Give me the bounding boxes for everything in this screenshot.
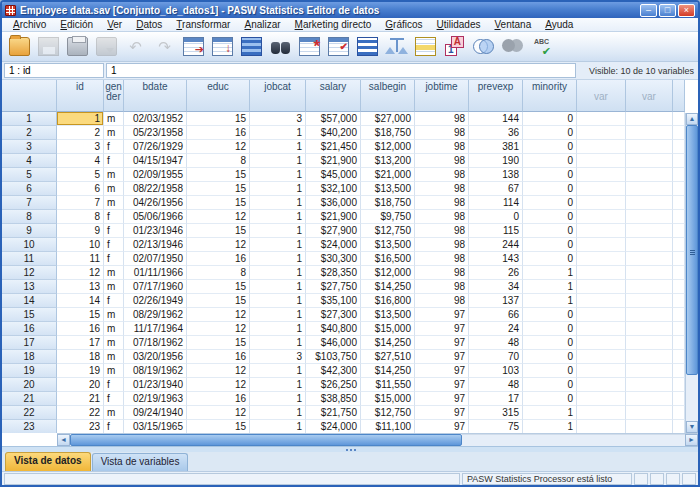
cell-id[interactable]: 22 xyxy=(57,406,104,420)
cell-jobtime[interactable]: 98 xyxy=(415,280,469,294)
cell-minority[interactable]: 0 xyxy=(523,140,577,154)
toolbar-save-button[interactable] xyxy=(35,34,62,60)
cell-gender[interactable]: m xyxy=(104,112,124,126)
cell-salbegin[interactable]: $15,000 xyxy=(361,392,415,406)
cell-prevexp[interactable]: 190 xyxy=(469,154,523,168)
cell-spacer[interactable] xyxy=(673,364,685,378)
toolbar-print-button[interactable] xyxy=(64,34,91,60)
cell-jobcat[interactable]: 1 xyxy=(250,238,306,252)
cell-spacer[interactable] xyxy=(673,280,685,294)
cell-id[interactable]: 7 xyxy=(57,196,104,210)
cell-bdate[interactable]: 08/29/1962 xyxy=(124,308,187,322)
cell-var2[interactable] xyxy=(626,238,673,252)
cell-gender[interactable]: f xyxy=(104,224,124,238)
cell-bdate[interactable]: 01/23/1940 xyxy=(124,378,187,392)
cell-salary[interactable]: $21,900 xyxy=(306,210,361,224)
cell-educ[interactable]: 16 xyxy=(187,252,250,266)
cell-salbegin[interactable]: $11,550 xyxy=(361,378,415,392)
cell-educ[interactable]: 16 xyxy=(187,350,250,364)
cell-id[interactable]: 21 xyxy=(57,392,104,406)
cell-spacer[interactable] xyxy=(673,112,685,126)
cell-var1[interactable] xyxy=(577,406,626,420)
cell-educ[interactable]: 15 xyxy=(187,168,250,182)
cell-id[interactable]: 2 xyxy=(57,126,104,140)
cell-jobtime[interactable]: 98 xyxy=(415,224,469,238)
row-number-cell[interactable]: 13 xyxy=(2,280,57,294)
cell-var2[interactable] xyxy=(626,294,673,308)
cell-educ[interactable]: 12 xyxy=(187,238,250,252)
cell-salbegin[interactable]: $12,750 xyxy=(361,406,415,420)
cell-id[interactable]: 15 xyxy=(57,308,104,322)
cell-spacer[interactable] xyxy=(673,406,685,420)
cell-jobcat[interactable]: 1 xyxy=(250,182,306,196)
cell-spacer[interactable] xyxy=(673,154,685,168)
menu-ayuda[interactable]: Ayuda xyxy=(538,18,580,32)
cell-bdate[interactable]: 05/06/1966 xyxy=(124,210,187,224)
cell-jobtime[interactable]: 98 xyxy=(415,168,469,182)
cell-salary[interactable]: $46,000 xyxy=(306,336,361,350)
toolbar-goto-case-button[interactable] xyxy=(180,34,207,60)
vertical-scrollbar-thumb[interactable] xyxy=(686,125,698,375)
horizontal-scrollbar-track[interactable] xyxy=(462,434,685,446)
cell-jobtime[interactable]: 98 xyxy=(415,112,469,126)
cell-gender[interactable]: f xyxy=(104,210,124,224)
cell-bdate[interactable]: 02/19/1963 xyxy=(124,392,187,406)
cell-bdate[interactable]: 03/20/1956 xyxy=(124,350,187,364)
vertical-scrollbar[interactable]: ▲ ▼ xyxy=(685,113,698,433)
row-number-cell[interactable]: 11 xyxy=(2,252,57,266)
cell-educ[interactable]: 15 xyxy=(187,280,250,294)
column-header-id[interactable]: id xyxy=(57,80,104,112)
cell-gender[interactable]: f xyxy=(104,154,124,168)
cell-gender[interactable]: m xyxy=(104,406,124,420)
cell-bdate[interactable]: 02/13/1946 xyxy=(124,238,187,252)
cell-var1[interactable] xyxy=(577,126,626,140)
cell-prevexp[interactable]: 315 xyxy=(469,406,523,420)
cell-var2[interactable] xyxy=(626,112,673,126)
cell-bdate[interactable]: 07/18/1962 xyxy=(124,336,187,350)
cell-jobtime[interactable]: 97 xyxy=(415,308,469,322)
cell-salbegin[interactable]: $13,500 xyxy=(361,238,415,252)
cell-jobcat[interactable]: 1 xyxy=(250,336,306,350)
column-header-salbegin[interactable]: salbegin xyxy=(361,80,415,112)
cell-jobcat[interactable]: 1 xyxy=(250,406,306,420)
cell-salbegin[interactable]: $12,750 xyxy=(361,224,415,238)
cell-educ[interactable]: 15 xyxy=(187,336,250,350)
cell-educ[interactable]: 16 xyxy=(187,392,250,406)
cell-jobtime[interactable]: 97 xyxy=(415,350,469,364)
cell-id[interactable]: 19 xyxy=(57,364,104,378)
toolbar-show-all-variables-button[interactable] xyxy=(499,34,526,60)
vertical-scrollbar-track[interactable] xyxy=(686,375,698,421)
cell-var1[interactable] xyxy=(577,252,626,266)
cell-jobtime[interactable]: 97 xyxy=(415,322,469,336)
cell-spacer[interactable] xyxy=(673,350,685,364)
cell-var1[interactable] xyxy=(577,364,626,378)
cell-jobcat[interactable]: 1 xyxy=(250,420,306,433)
cell-educ[interactable]: 15 xyxy=(187,196,250,210)
menu-ventana[interactable]: Ventana xyxy=(487,18,538,32)
cell-prevexp[interactable]: 103 xyxy=(469,364,523,378)
cell-jobcat[interactable]: 1 xyxy=(250,224,306,238)
cell-var1[interactable] xyxy=(577,392,626,406)
cell-id[interactable]: 14 xyxy=(57,294,104,308)
cell-var2[interactable] xyxy=(626,126,673,140)
toolbar-insert-cases-button[interactable] xyxy=(296,34,323,60)
close-button[interactable]: × xyxy=(678,4,695,17)
cell-prevexp[interactable]: 34 xyxy=(469,280,523,294)
cell-prevexp[interactable]: 144 xyxy=(469,112,523,126)
pane-splitter[interactable] xyxy=(2,446,698,452)
column-header-prevexp[interactable]: prevexp xyxy=(469,80,523,112)
cell-minority[interactable]: 0 xyxy=(523,392,577,406)
cell-minority[interactable]: 1 xyxy=(523,294,577,308)
cell-salbegin[interactable]: $16,500 xyxy=(361,252,415,266)
cell-jobcat[interactable]: 1 xyxy=(250,126,306,140)
cell-id[interactable]: 13 xyxy=(57,280,104,294)
cell-spacer[interactable] xyxy=(673,126,685,140)
cell-educ[interactable]: 15 xyxy=(187,294,250,308)
cell-jobtime[interactable]: 98 xyxy=(415,154,469,168)
cell-salary[interactable]: $21,750 xyxy=(306,406,361,420)
cell-prevexp[interactable]: 66 xyxy=(469,308,523,322)
cell-spacer[interactable] xyxy=(673,266,685,280)
toolbar-insert-variable-button[interactable] xyxy=(325,34,352,60)
cell-bdate[interactable]: 04/15/1947 xyxy=(124,154,187,168)
cell-educ[interactable]: 16 xyxy=(187,126,250,140)
